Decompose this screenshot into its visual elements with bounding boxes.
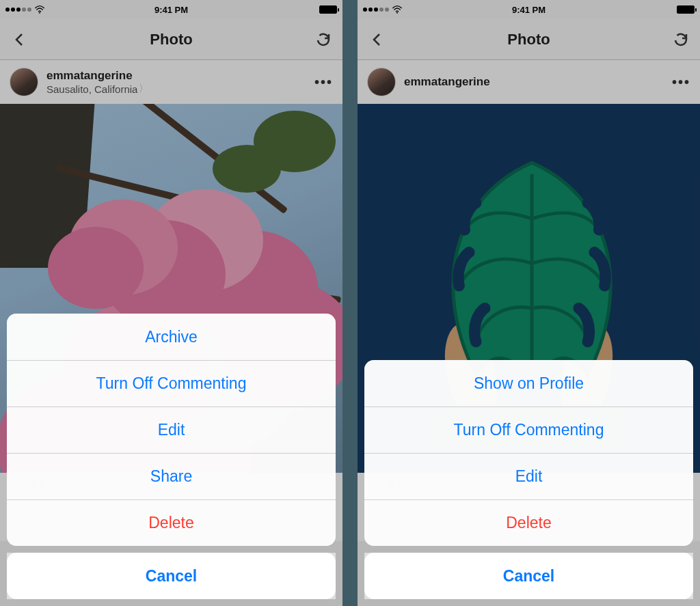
- page-title: Photo: [358, 31, 700, 49]
- nav-bar: Photo: [358, 19, 700, 60]
- post-location-text: Sausalito, California: [46, 83, 137, 95]
- battery-icon: [319, 5, 337, 14]
- sheet-option-edit[interactable]: Edit: [7, 407, 336, 453]
- post-username[interactable]: emmatangerine: [46, 69, 306, 83]
- status-bar: 9:41 PM: [358, 0, 700, 19]
- nav-bar: Photo: [0, 19, 342, 60]
- sheet-cancel-button[interactable]: Cancel: [7, 553, 336, 599]
- post-location[interactable]: Sausalito, California 〉: [46, 83, 306, 95]
- phone-screen-left: 9:41 PM Photo emmatangerine Sausalito, C…: [0, 0, 342, 606]
- phone-screen-right: 9:41 PM Photo emmatangerine ••• JUNE 5: [358, 0, 700, 606]
- sheet-option-show-on-profile[interactable]: Show on Profile: [364, 360, 693, 407]
- status-bar: 9:41 PM: [0, 0, 342, 19]
- avatar[interactable]: [10, 68, 38, 96]
- page-title: Photo: [0, 31, 342, 49]
- sheet-option-archive[interactable]: Archive: [7, 314, 336, 360]
- post-header: emmatangerine Sausalito, California 〉 ••…: [0, 60, 342, 104]
- avatar[interactable]: [367, 68, 396, 96]
- sheet-option-edit[interactable]: Edit: [364, 453, 693, 499]
- more-options-button[interactable]: •••: [672, 74, 690, 90]
- sheet-option-turn-off-commenting[interactable]: Turn Off Commenting: [7, 360, 336, 407]
- sheet-option-share[interactable]: Share: [7, 453, 336, 499]
- chevron-right-icon: 〉: [139, 83, 148, 95]
- status-time: 9:41 PM: [358, 5, 700, 15]
- sheet-option-delete[interactable]: Delete: [7, 499, 336, 546]
- post-header: emmatangerine •••: [358, 60, 700, 104]
- action-sheet: Archive Turn Off Commenting Edit Share D…: [0, 307, 342, 606]
- sheet-option-turn-off-commenting[interactable]: Turn Off Commenting: [364, 407, 693, 453]
- post-username[interactable]: emmatangerine: [404, 75, 664, 89]
- status-time: 9:41 PM: [0, 5, 342, 15]
- sheet-cancel-button[interactable]: Cancel: [364, 553, 693, 599]
- more-options-button[interactable]: •••: [314, 74, 333, 90]
- sheet-option-delete[interactable]: Delete: [364, 499, 693, 546]
- action-sheet: Show on Profile Turn Off Commenting Edit…: [358, 353, 700, 606]
- battery-icon: [677, 5, 695, 14]
- gap: [342, 0, 358, 606]
